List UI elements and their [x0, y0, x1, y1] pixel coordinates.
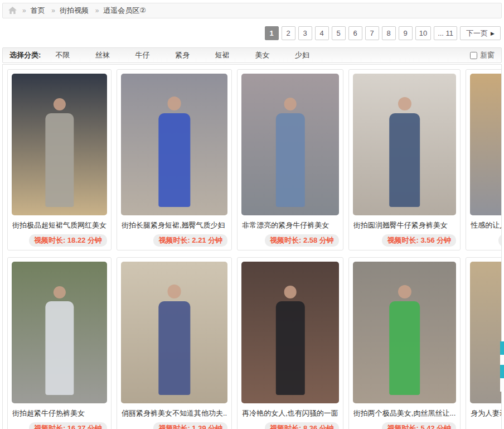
video-title[interactable]: 街拍极品超短裙气质网红美女: [12, 220, 106, 230]
filter-option[interactable]: 少妇: [295, 51, 309, 59]
thumbnail-figure-head: [167, 285, 181, 298]
video-card[interactable]: 再冷艳的女人,也有闪骚的一面 视频时长: 8.36 分钟: [237, 257, 343, 429]
breadcrumb-link[interactable]: 逍遥会员区②: [103, 6, 146, 15]
duration-row: 视频时长: 18.22 分钟: [12, 234, 107, 247]
thumbnail-figure: [389, 113, 420, 207]
video-card[interactable]: 身为人妻还穿着丝袜高跟鞋出来.. 视频时长: 1.54 分钟: [466, 257, 502, 429]
new-window-toggle[interactable]: 新窗: [470, 50, 495, 60]
page: »首页 »街拍视频 »逍遥会员区② 1 2 3 4 5 6 7 8 9 10 .…: [0, 0, 504, 429]
side-widget-bar[interactable]: [500, 341, 504, 355]
duration-badge: 视频时长: 10.45 分钟: [498, 234, 502, 247]
video-thumbnail[interactable]: [241, 262, 339, 403]
video-card[interactable]: 街拍极品超短裙气质网红美女 视频时长: 18.22 分钟: [7, 69, 112, 250]
thumbnail-figure-head: [53, 286, 65, 298]
breadcrumb-link[interactable]: 首页: [31, 6, 45, 15]
thumbnail-figure-head: [398, 97, 411, 110]
video-thumbnail[interactable]: [121, 74, 227, 215]
breadcrumb-separator-icon: »: [95, 7, 99, 15]
video-list-panel: 街拍极品超短裙气质网红美女 视频时长: 18.22 分钟 街拍长腿紧身短裙,翘臀…: [2, 64, 502, 429]
video-title[interactable]: 街拍两个极品美女,肉丝黑丝让...: [353, 408, 455, 418]
filter-option[interactable]: 牛仔: [135, 51, 150, 59]
duration-row: 视频时长: 3.56 分钟: [353, 234, 456, 247]
filter-option[interactable]: 紧身: [175, 51, 190, 59]
video-thumbnail[interactable]: [241, 74, 339, 215]
page-number-button[interactable]: 1: [265, 26, 279, 40]
video-card[interactable]: 街拍圆润翘臀牛仔紧身裤美女 视频时长: 3.56 分钟: [348, 69, 461, 250]
video-card[interactable]: 街拍两个极品美女,肉丝黑丝让... 视频时长: 5.42 分钟: [348, 257, 461, 429]
duration-row: 视频时长: 2.21 分钟: [121, 234, 227, 247]
video-thumbnail[interactable]: [12, 74, 107, 215]
duration-badge: 视频时长: 8.36 分钟: [265, 422, 339, 429]
video-card[interactable]: 性感的让人欲罢不能的高跟鞋美.. 视频时长: 10.45 分钟: [466, 69, 502, 250]
thumbnail-figure: [275, 113, 304, 207]
filter-options: 不限 丝袜 牛仔 紧身 短裙 美女 少妇: [55, 50, 333, 60]
page-number-button[interactable]: 6: [348, 26, 362, 40]
duration-row: 视频时长: 2.58 分钟: [241, 234, 339, 247]
duration-row: 视频时长: 8.36 分钟: [241, 422, 339, 429]
filter-option[interactable]: 美女: [255, 51, 269, 59]
video-card[interactable]: 街拍长腿紧身短裙,翘臀气质少妇 视频时长: 2.21 分钟: [117, 69, 232, 250]
thumbnail-figure-head: [53, 98, 65, 110]
video-title[interactable]: 街拍超紧牛仔热裤美女: [12, 408, 106, 418]
video-card[interactable]: 街拍超紧牛仔热裤美女 视频时长: 16.37 分钟: [7, 257, 112, 429]
video-thumbnail[interactable]: [353, 262, 456, 403]
page-number-button[interactable]: 10: [415, 26, 431, 40]
page-number-button[interactable]: 2: [282, 26, 295, 40]
duration-badge: 视频时长: 16.37 分钟: [29, 422, 107, 429]
video-title[interactable]: 再冷艳的女人,也有闪骚的一面: [242, 408, 338, 418]
video-thumbnail[interactable]: [353, 74, 456, 215]
video-thumbnail[interactable]: [121, 262, 227, 403]
video-title[interactable]: 街拍圆润翘臀牛仔紧身裤美女: [353, 220, 455, 230]
duration-row: 视频时长: 1.54 分钟: [470, 422, 502, 429]
video-title[interactable]: 街拍长腿紧身短裙,翘臀气质少妇: [122, 220, 227, 230]
filter-option[interactable]: 不限: [55, 51, 70, 59]
video-card[interactable]: 俏丽紧身裤美女不知道其他功夫.. 视频时长: 1.39 分钟: [117, 257, 232, 429]
duration-badge: 视频时长: 2.21 分钟: [153, 234, 227, 247]
video-title[interactable]: 性感的让人欲罢不能的高跟鞋美..: [471, 220, 502, 230]
side-widget[interactable]: [500, 341, 504, 392]
category-filter-bar: 选择分类: 不限 丝袜 牛仔 紧身 短裙 美女 少妇 新窗: [2, 47, 502, 63]
filter-label: 选择分类:: [9, 50, 41, 60]
duration-row: 视频时长: 5.42 分钟: [353, 422, 456, 429]
thumbnail-figure-head: [398, 285, 411, 298]
duration-row: 视频时长: 10.45 分钟: [470, 234, 502, 247]
video-title[interactable]: 俏丽紧身裤美女不知道其他功夫..: [122, 408, 227, 418]
breadcrumb-separator-icon: »: [22, 7, 26, 15]
page-number-button[interactable]: 8: [382, 26, 396, 40]
duration-badge: 视频时长: 3.56 分钟: [382, 234, 456, 247]
page-number-button[interactable]: 3: [298, 26, 312, 40]
video-thumbnail[interactable]: [470, 262, 502, 403]
next-page-button[interactable]: 下一页 ▶: [460, 26, 501, 40]
video-title[interactable]: 非常漂亮的紧身牛仔裤美女: [242, 220, 338, 230]
thumbnail-figure: [275, 301, 304, 395]
breadcrumb-link[interactable]: 街拍视频: [60, 6, 89, 15]
side-widget-bar[interactable]: [500, 365, 504, 378]
filter-option[interactable]: 丝袜: [95, 51, 110, 59]
pagination: 1 2 3 4 5 6 7 8 9 10 ... 11 下一页 ▶: [2, 26, 502, 40]
thumbnail-figure-head: [284, 286, 297, 298]
new-window-label: 新窗: [480, 50, 495, 60]
duration-badge: 视频时长: 1.39 分钟: [153, 422, 227, 429]
page-number-button[interactable]: 9: [399, 26, 413, 40]
page-number-button[interactable]: 5: [332, 26, 346, 40]
duration-row: 视频时长: 1.39 分钟: [121, 422, 227, 429]
video-thumbnail[interactable]: [470, 74, 502, 215]
breadcrumb-items: »首页 »街拍视频 »逍遥会员区②: [18, 6, 146, 16]
page-number-button[interactable]: 7: [365, 26, 379, 40]
duration-row: 视频时长: 16.37 分钟: [12, 422, 107, 429]
page-number-button[interactable]: 4: [315, 26, 329, 40]
page-number-button[interactable]: ... 11: [434, 26, 457, 40]
video-thumbnail[interactable]: [12, 262, 107, 403]
breadcrumb-separator-icon: »: [51, 7, 55, 15]
video-grid: 街拍极品超短裙气质网红美女 视频时长: 18.22 分钟 街拍长腿紧身短裙,翘臀…: [7, 69, 497, 429]
duration-badge: 视频时长: 5.42 分钟: [382, 422, 456, 429]
home-icon[interactable]: [8, 7, 17, 15]
video-title[interactable]: 身为人妻还穿着丝袜高跟鞋出来..: [471, 408, 502, 418]
thumbnail-figure-head: [167, 97, 181, 110]
thumbnail-figure: [45, 113, 74, 207]
next-arrow-icon: ▶: [491, 31, 495, 36]
new-window-checkbox[interactable]: [470, 52, 477, 59]
next-page-label: 下一页: [466, 28, 488, 38]
video-card[interactable]: 非常漂亮的紧身牛仔裤美女 视频时长: 2.58 分钟: [237, 69, 343, 250]
filter-option[interactable]: 短裙: [215, 51, 230, 59]
